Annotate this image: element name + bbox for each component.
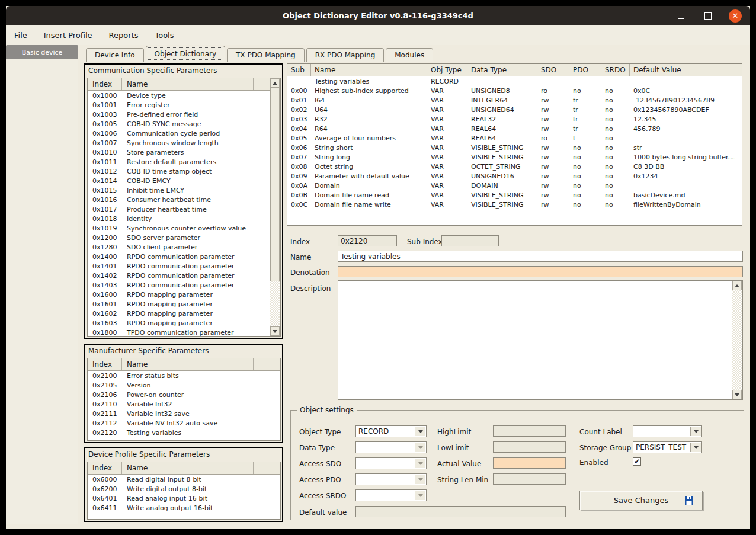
table-row[interactable]: 0x0BDomain file name read VARVISIBLE_STR… bbox=[287, 190, 742, 200]
table-row[interactable]: 0x01I64 VARINTEGER64 rwtr no-12345678901… bbox=[287, 95, 742, 105]
table-row[interactable]: 0x08Octet string VAROCTET_STRING rwno no… bbox=[287, 162, 742, 171]
object-type-combobox[interactable]: RECORD bbox=[355, 425, 427, 437]
scroll-down-icon[interactable] bbox=[732, 390, 742, 399]
list-item[interactable]: 0x1010Store parameters bbox=[88, 148, 271, 157]
list-item[interactable]: 0x1005COB-ID SYNC message bbox=[88, 119, 271, 129]
tab-tx-pdo-mapping[interactable]: TX PDO Mapping bbox=[227, 48, 305, 62]
column-header-data-type[interactable]: Data Type bbox=[467, 64, 537, 76]
menu-tools[interactable]: Tools bbox=[146, 27, 182, 43]
table-row[interactable]: 0x0ADomain VARDOMAIN rwno no bbox=[287, 181, 742, 190]
column-header-name[interactable]: Name bbox=[122, 358, 254, 370]
column-header-srdo[interactable]: SRDO bbox=[601, 64, 630, 76]
count-label-combobox[interactable] bbox=[633, 425, 702, 437]
storage-group-combobox[interactable]: PERSIST_TEST bbox=[633, 441, 702, 453]
column-header-name[interactable]: Name bbox=[122, 78, 254, 90]
list-item[interactable]: 0x6000Read digital input 8-bit bbox=[88, 475, 280, 484]
description-field[interactable] bbox=[338, 280, 743, 400]
list-item[interactable]: 0x2110Variable Int32 bbox=[88, 399, 280, 409]
column-header-sdo[interactable]: SDO bbox=[537, 64, 569, 76]
list-item[interactable]: 0x1006Communication cycle period bbox=[88, 129, 271, 138]
comm-params-scrollbar[interactable] bbox=[270, 78, 280, 336]
column-header-index[interactable]: Index bbox=[88, 462, 122, 474]
list-item[interactable]: 0x1019Synchronous counter overflow value bbox=[88, 223, 271, 233]
list-item[interactable]: 0x1401RPDO communication parameter bbox=[88, 261, 271, 271]
scroll-up-icon[interactable] bbox=[732, 281, 742, 290]
table-row[interactable]: 0x07String long VARVISIBLE_STRING rwno n… bbox=[287, 152, 742, 162]
list-item[interactable]: 0x1001Error register bbox=[88, 100, 271, 110]
table-row[interactable]: 0x02U64 VARUNSIGNED64 rwtr no0x123456789… bbox=[287, 105, 742, 114]
name-field[interactable]: Testing variables bbox=[338, 251, 743, 262]
list-item[interactable]: 0x1007Synchronous window length bbox=[88, 138, 271, 148]
table-row[interactable]: Testing variables RECORD bbox=[287, 76, 742, 86]
list-item[interactable]: 0x1014COB-ID EMCY bbox=[88, 176, 271, 185]
list-item[interactable]: 0x1000Device type bbox=[88, 91, 271, 100]
column-header-index[interactable]: Index bbox=[88, 358, 122, 370]
column-header-obj-type[interactable]: Obj Type bbox=[427, 64, 467, 76]
list-item[interactable]: 0x1003Pre-defined error field bbox=[88, 110, 271, 119]
list-item[interactable]: 0x1400RPDO communication parameter bbox=[88, 252, 271, 261]
menu-file[interactable]: File bbox=[6, 27, 36, 43]
tab-modules[interactable]: Modules bbox=[386, 48, 433, 62]
table-row[interactable]: 0x03R32 VARREAL32 rwtr no12.345 bbox=[287, 114, 742, 124]
tab-object-dictionary[interactable]: Object Dictionary bbox=[146, 46, 225, 62]
default-value-label: Default value bbox=[299, 508, 347, 517]
list-item[interactable]: 0x1800TPDO communication parameter bbox=[88, 328, 271, 337]
column-header-sub[interactable]: Sub bbox=[287, 64, 311, 76]
table-row[interactable]: 0x06String short VARVISIBLE_STRING rwno … bbox=[287, 143, 742, 152]
list-item[interactable]: 0x1601RPDO mapping parameter bbox=[88, 299, 271, 309]
chevron-down-icon[interactable] bbox=[415, 427, 425, 436]
list-item[interactable]: 0x2100Error status bits bbox=[88, 371, 280, 380]
list-item[interactable]: 0x1403RPDO communication parameter bbox=[88, 280, 271, 290]
column-header-name[interactable]: Name bbox=[311, 64, 427, 76]
list-item[interactable]: 0x1015Inhibit time EMCY bbox=[88, 185, 271, 195]
minimize-button[interactable] bbox=[674, 9, 687, 23]
table-row[interactable]: 0x04R64 VARREAL64 rwtr no456.789 bbox=[287, 124, 742, 133]
menu-insert-profile[interactable]: Insert Profile bbox=[36, 27, 101, 43]
list-item[interactable]: 0x1016Consumer heartbeat time bbox=[88, 195, 271, 204]
list-item[interactable]: 0x2120Testing variables bbox=[88, 428, 280, 437]
list-item[interactable]: 0x1600RPDO mapping parameter bbox=[88, 290, 271, 299]
list-item[interactable]: 0x1280SDO client parameter bbox=[88, 242, 271, 252]
column-header-name[interactable]: Name bbox=[122, 462, 254, 474]
list-item[interactable]: 0x1012COB-ID time stamp object bbox=[88, 166, 271, 176]
table-row[interactable]: 0x00Highest sub-index supported VARUNSIG… bbox=[287, 86, 742, 95]
scrollbar-thumb[interactable] bbox=[270, 88, 280, 281]
table-row[interactable]: 0x05Average of four numbers VARREAL64 ro… bbox=[287, 133, 742, 143]
list-item[interactable]: 0x1017Producer heartbeat time bbox=[88, 204, 271, 214]
list-item[interactable]: 0x1011Restore default parameters bbox=[88, 157, 271, 166]
list-item[interactable]: 0x1018Identity bbox=[88, 214, 271, 223]
scroll-up-icon[interactable] bbox=[270, 78, 280, 88]
description-scrollbar[interactable] bbox=[732, 281, 742, 399]
list-item[interactable]: 0x6411Write analog output 16-bit bbox=[88, 503, 280, 512]
list-item[interactable]: 0x2105Version bbox=[88, 380, 280, 390]
enabled-checkbox[interactable]: ✔ bbox=[633, 457, 641, 466]
list-item[interactable]: 0x2112Variable NV Int32 auto save bbox=[88, 418, 280, 428]
table-row[interactable]: 0x09Parameter with default value VARUNSI… bbox=[287, 171, 742, 181]
tab-rx-pdo-mapping[interactable]: RX PDO Mapping bbox=[306, 48, 385, 62]
maximize-button[interactable] bbox=[701, 9, 715, 23]
chevron-down-icon[interactable] bbox=[690, 427, 701, 436]
list-item[interactable]: 0x1603RPDO mapping parameter bbox=[88, 318, 271, 328]
list-item[interactable]: 0x1602RPDO mapping parameter bbox=[88, 309, 271, 318]
list-item[interactable]: 0x6401Read analog input 16-bit bbox=[88, 494, 280, 503]
list-item[interactable]: 0x1200SDO server parameter bbox=[88, 233, 271, 242]
actual-value-field[interactable] bbox=[493, 457, 566, 469]
save-changes-button[interactable]: Save Changes bbox=[579, 491, 703, 510]
menu-reports[interactable]: Reports bbox=[101, 27, 147, 43]
denotation-field[interactable] bbox=[338, 266, 743, 277]
list-item[interactable]: 0x1402RPDO communication parameter bbox=[88, 271, 271, 280]
column-header-index[interactable]: Index bbox=[88, 78, 122, 90]
index-label: Index bbox=[290, 238, 310, 246]
chevron-down-icon[interactable] bbox=[690, 443, 701, 452]
table-row[interactable]: 0x0CDomain file name write VARVISIBLE_ST… bbox=[287, 200, 742, 209]
column-header-default-value[interactable]: Default Value bbox=[630, 64, 735, 76]
column-header-pdo[interactable]: PDO bbox=[569, 64, 601, 76]
list-item[interactable]: 0x2106Power-on counter bbox=[88, 390, 280, 399]
tab-device-info[interactable]: Device Info bbox=[86, 48, 144, 62]
sidebar-item-basic-device[interactable]: Basic device bbox=[6, 45, 78, 59]
close-button[interactable]: ✕ bbox=[729, 9, 742, 23]
list-item[interactable]: 0x6200Write digital output 8-bit bbox=[88, 484, 280, 494]
list-item[interactable]: 0x2111Variable Int32 save bbox=[88, 409, 280, 418]
scroll-down-icon[interactable] bbox=[270, 326, 280, 336]
column-header-blank bbox=[254, 358, 280, 370]
